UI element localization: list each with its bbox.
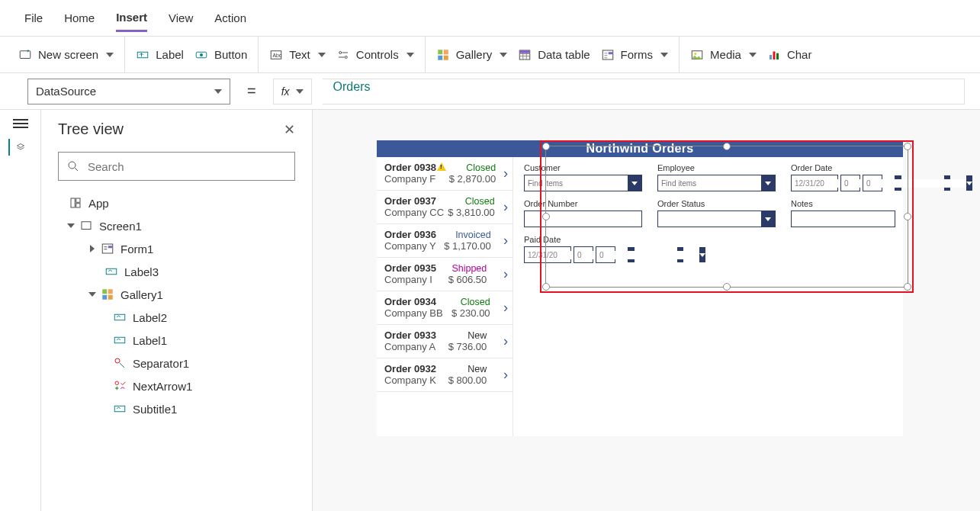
field-paiddate: Paid Date ▦	[524, 235, 642, 263]
orderstatus-dropdown[interactable]	[657, 211, 776, 227]
order-row[interactable]: Order 0933Company ANew$ 736.00›	[377, 325, 512, 358]
minute-input[interactable]	[863, 179, 966, 188]
paiddate-hour[interactable]	[574, 246, 593, 263]
tree-node-gallery[interactable]: Gallery1	[49, 283, 304, 306]
menu-file[interactable]: File	[24, 5, 43, 31]
order-status: New	[448, 364, 487, 374]
tree-node-screen[interactable]: Screen1	[49, 214, 304, 237]
formula-bar: DataSource = fx Orders	[0, 73, 980, 110]
order-gallery[interactable]: Order 0938Company FClosed$ 2,870.00›Orde…	[377, 157, 513, 436]
svg-rect-20	[776, 53, 779, 59]
paiddate-picker[interactable]: ▦	[524, 246, 571, 263]
svg-rect-33	[114, 314, 125, 320]
order-company: Company F	[384, 173, 446, 185]
insert-gallery-label: Gallery	[456, 48, 493, 61]
top-menu: FileHomeInsertViewAction	[0, 0, 980, 37]
tree-node-form[interactable]: Form1	[49, 237, 304, 260]
left-rail	[0, 110, 41, 511]
insert-button-button[interactable]: Button	[194, 48, 247, 62]
svg-rect-13	[519, 50, 530, 53]
tree-label: Label2	[133, 311, 167, 324]
svg-rect-34	[114, 337, 125, 343]
insert-datatable-button[interactable]: Data table	[518, 48, 590, 62]
tree-label: Gallery1	[120, 288, 163, 301]
order-amount: $ 606.50	[448, 274, 487, 285]
property-selector[interactable]: DataSource	[27, 79, 230, 104]
order-row[interactable]: Order 0936Company YInvoiced$ 1,170.00›	[377, 224, 512, 258]
insert-gallery-button[interactable]: Gallery	[436, 48, 508, 62]
chevron-right-icon[interactable]: ›	[502, 233, 509, 249]
insert-controls-button[interactable]: Controls	[336, 48, 414, 62]
chevron-right-icon[interactable]: ›	[502, 300, 509, 316]
orderstatus-input[interactable]	[658, 215, 761, 223]
customer-input[interactable]	[525, 179, 628, 188]
menu-view[interactable]: View	[169, 5, 193, 31]
order-row[interactable]: Order 0937Company CCClosed$ 3,810.00›	[377, 191, 512, 224]
menu-home[interactable]: Home	[64, 5, 95, 31]
paiddate-min[interactable]	[596, 246, 615, 263]
menu-insert[interactable]: Insert	[116, 5, 147, 32]
order-amount: $ 800.00	[448, 374, 487, 386]
tree-node-label2[interactable]: Label2	[49, 306, 304, 329]
close-icon[interactable]: ✕	[284, 121, 295, 138]
customer-dropdown[interactable]	[524, 175, 642, 191]
svg-point-3	[200, 53, 202, 56]
order-form[interactable]: Customer Employee Order Date ▦	[513, 157, 903, 436]
tree-node-separator[interactable]: Separator1	[49, 352, 304, 374]
formula-input[interactable]: Orders	[323, 79, 965, 104]
svg-rect-11	[443, 55, 448, 59]
order-row[interactable]: Order 0935Company IShipped$ 606.50›	[377, 258, 512, 291]
orderdate-min[interactable]	[863, 175, 882, 191]
order-row[interactable]: Order 0934Company BBClosed$ 230.00›	[377, 291, 512, 325]
ordernumber-text[interactable]	[525, 215, 641, 223]
new-screen-button[interactable]: New screen	[18, 48, 114, 62]
employee-dropdown[interactable]	[657, 175, 776, 191]
order-id: Order 0935	[384, 262, 436, 274]
notes-input[interactable]	[791, 211, 895, 227]
tree-node-label1[interactable]: Label1	[49, 329, 304, 352]
fx-button[interactable]: fx	[273, 79, 312, 104]
tree-node-nextarrow[interactable]: NextArrow1	[49, 374, 304, 397]
orderdate-picker[interactable]: ▦	[791, 175, 838, 191]
svg-rect-37	[114, 406, 125, 412]
ordernumber-input[interactable]	[524, 211, 642, 227]
tree-search-input[interactable]	[88, 160, 287, 173]
minute-input[interactable]	[596, 251, 699, 259]
insert-forms-label: Forms	[621, 48, 654, 61]
caret-icon	[67, 223, 75, 228]
tree-node-app[interactable]: App	[49, 191, 304, 214]
svg-rect-18	[770, 55, 772, 59]
tree-view-rail-button[interactable]	[8, 139, 25, 156]
order-row[interactable]: Order 0932Company KNew$ 800.00›	[377, 358, 512, 392]
insert-datatable-label: Data table	[538, 48, 590, 61]
notes-text[interactable]	[792, 215, 895, 223]
tree-search[interactable]	[58, 152, 295, 181]
insert-media-button[interactable]: Media	[690, 48, 757, 62]
hamburger-button[interactable]	[13, 119, 28, 128]
order-row[interactable]: Order 0938Company FClosed$ 2,870.00›	[377, 157, 512, 191]
chevron-down-icon	[660, 53, 668, 57]
svg-rect-15	[608, 52, 612, 54]
svg-rect-14	[602, 50, 613, 59]
chevron-right-icon[interactable]: ›	[502, 166, 509, 182]
tree-node-subtitle[interactable]: Subtitle1	[49, 397, 304, 420]
order-amount: $ 1,170.00	[444, 240, 490, 252]
chevron-right-icon[interactable]: ›	[502, 333, 509, 349]
chevron-down-icon	[699, 247, 705, 262]
employee-input[interactable]	[658, 179, 761, 188]
chevron-right-icon[interactable]: ›	[502, 199, 509, 215]
svg-text:Abc: Abc	[273, 53, 282, 58]
orderdate-hour[interactable]	[840, 175, 860, 191]
menu-action[interactable]: Action	[214, 5, 246, 31]
insert-charts-button[interactable]: Char	[767, 48, 812, 62]
order-status: New	[448, 330, 487, 341]
canvas[interactable]: Northwind Orders Order 0938Company FClos…	[313, 110, 980, 511]
chevron-right-icon[interactable]: ›	[502, 367, 509, 383]
svg-rect-8	[438, 50, 442, 54]
insert-forms-button[interactable]: Forms	[601, 48, 669, 62]
insert-label-button[interactable]: Label	[136, 48, 184, 62]
insert-text-button[interactable]: Abc Text	[269, 48, 326, 62]
app-preview[interactable]: Northwind Orders Order 0938Company FClos…	[377, 140, 903, 436]
tree-node-label3[interactable]: Label3	[49, 260, 304, 283]
chevron-right-icon[interactable]: ›	[502, 266, 509, 282]
